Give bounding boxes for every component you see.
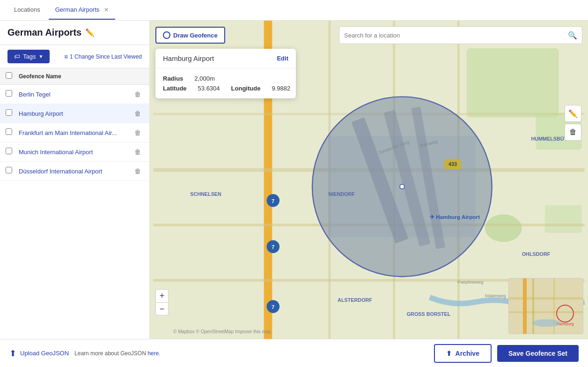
map-zoom-controls: + − [155,289,169,315]
tab-german-airports[interactable]: German Airports ✕ [49,0,115,20]
geofence-name[interactable]: Berlin Tegel [19,91,132,98]
top-nav: Locations German Airports ✕ [0,0,588,21]
geofence-name[interactable]: Munich International Airport [19,149,132,156]
radius-value: 2,000m [194,75,214,82]
svg-rect-6 [545,205,582,233]
radius-label: Radius [163,75,183,82]
sidebar: German Airports ✏️ 🏷 Tags ▼ ≡ 1 Change S… [0,21,150,339]
map-delete-button[interactable]: 🗑 [565,124,581,141]
popup-coords-row: Latitude 53.6304 Longitude 9.9882 [163,85,288,92]
main-content: German Airports ✏️ 🏷 Tags ▼ ≡ 1 Change S… [0,21,588,339]
popup-edit-button[interactable]: Edit [277,55,288,62]
map-thumbnail: Hamburg [508,278,583,334]
geofence-row[interactable]: Hamburg Airport 🗑 [0,104,149,123]
sidebar-header: German Airports ✏️ [0,21,149,45]
svg-text:Maienweg: Maienweg [485,293,506,298]
longitude-label: Longitude [231,85,261,92]
map-search-box[interactable]: 🔍 [339,26,582,44]
geofence-row[interactable]: Düsseldorf International Airport 🗑 [0,162,149,181]
svg-text:GROSS BORSTEL: GROSS BORSTEL [407,311,451,317]
delete-icon[interactable]: 🗑 [132,128,144,137]
delete-icon[interactable]: 🗑 [132,109,144,118]
svg-text:OHLSDORF: OHLSDORF [522,251,551,257]
geofence-name[interactable]: Frankfurt am Main International Air... [19,129,132,136]
geofence-row[interactable]: Frankfurt am Main International Air... 🗑 [0,123,149,142]
geofence-checkbox[interactable] [6,167,12,173]
svg-text:ALSTERDORF: ALSTERDORF [338,297,372,303]
tag-icon: 🏷 [14,53,20,60]
svg-rect-46 [532,278,534,334]
upload-geojson-button[interactable]: ⬆ Upload GeoJSON [9,348,69,359]
list-icon: ≡ [64,53,68,60]
thumbnail-map: Hamburg [509,278,583,334]
search-icon[interactable]: 🔍 [568,31,577,40]
zoom-out-button[interactable]: − [155,302,169,315]
geofence-table: Geofence Name Berlin Tegel 🗑 Hamburg Air… [0,68,149,339]
draw-geofence-button[interactable]: Draw Geofence [155,27,225,44]
latitude-label: Latitude [163,85,187,92]
svg-text:7: 7 [272,244,274,250]
toolbar: 🏷 Tags ▼ ≡ 1 Change Since Last Viewed [0,45,149,68]
upload-icon: ⬆ [9,348,16,359]
longitude-value: 9.9882 [272,85,290,92]
svg-point-38 [400,184,404,189]
svg-point-51 [532,319,560,327]
svg-text:7: 7 [272,198,274,204]
draw-circle-icon [163,31,170,39]
bottom-info: Learn more about GeoJSON here. [74,350,160,357]
map-edit-button[interactable]: ✏️ [565,105,581,122]
table-header: Geofence Name [0,68,149,85]
svg-text:7: 7 [272,304,274,310]
geofence-checkbox[interactable] [6,128,12,135]
sidebar-title: German Airports [7,27,81,38]
map-area[interactable]: 7 7 7 433 HUMMELSBÜTTEL OHLSDORF GROSS B… [150,21,588,339]
popup-radius-row: Radius 2,000m [163,75,288,82]
chevron-down-icon: ▼ [38,54,43,59]
svg-rect-45 [509,311,583,313]
archive-icon: ⬆ [446,350,452,357]
map-popup: Hamburg Airport Edit Radius 2,000m Latit… [155,49,296,98]
svg-rect-44 [509,297,583,300]
geofence-row[interactable]: Berlin Tegel 🗑 [0,85,149,104]
popup-header: Hamburg Airport Edit [155,49,296,68]
svg-point-5 [485,214,522,242]
geofence-checkbox[interactable] [6,90,12,97]
svg-text:Paeplowweg: Paeplowweg [457,279,484,285]
popup-title: Hamburg Airport [163,54,214,62]
geofence-row[interactable]: Munich International Airport 🗑 [0,142,149,162]
toolbar-left: 🏷 Tags ▼ [7,50,50,63]
tags-button[interactable]: 🏷 Tags ▼ [7,50,50,63]
geofence-checkbox[interactable] [6,109,12,116]
svg-rect-3 [467,48,559,118]
geofence-name[interactable]: Düsseldorf International Airport [19,168,132,175]
geofence-checkbox[interactable] [6,148,12,154]
bottom-bar: ⬆ Upload GeoJSON Learn more about GeoJSO… [0,339,588,367]
delete-icon[interactable]: 🗑 [132,147,144,157]
popup-body: Radius 2,000m Latitude 53.6304 Longitude… [155,68,296,98]
map-edit-icons: ✏️ 🗑 [565,105,581,141]
delete-icon[interactable]: 🗑 [132,90,144,99]
tab-close-icon[interactable]: ✕ [104,7,109,13]
changes-indicator: ≡ 1 Change Since Last Viewed [64,53,142,60]
tab-locations[interactable]: Locations [7,0,47,20]
map-top-bar: Draw Geofence 🔍 [155,26,582,44]
geofence-name[interactable]: Hamburg Airport [19,110,132,117]
delete-icon[interactable]: 🗑 [132,166,144,176]
save-geofence-set-button[interactable]: Save Geofence Set [497,345,579,362]
archive-button[interactable]: ⬆ Archive [434,344,492,363]
select-all-checkbox[interactable] [6,72,12,79]
mapbox-attribution: © Mapbox © OpenStreetMap Improve this ma… [173,329,271,334]
zoom-in-button[interactable]: + [155,289,169,302]
svg-rect-48 [523,278,527,334]
latitude-value: 53.6304 [198,85,220,92]
edit-title-icon[interactable]: ✏️ [85,28,95,37]
map-search-input[interactable] [344,32,568,39]
bottom-actions: ⬆ Archive Save Geofence Set [434,344,579,363]
svg-text:SCHNELSEN: SCHNELSEN [190,191,221,197]
here-link[interactable]: here. [147,350,160,357]
